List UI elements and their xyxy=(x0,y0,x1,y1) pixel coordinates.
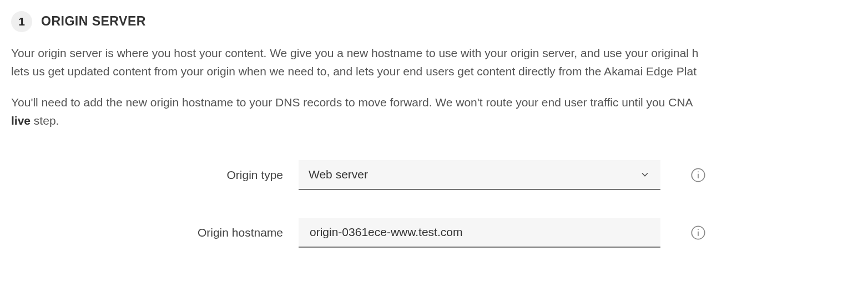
description-bold-live: live xyxy=(11,114,31,127)
origin-hostname-row: Origin hostname xyxy=(11,218,857,248)
description-line1: Your origin server is where you host you… xyxy=(11,47,699,59)
svg-point-5 xyxy=(698,229,699,230)
description-paragraph-2: You'll need to add the new origin hostna… xyxy=(11,94,857,130)
origin-type-select[interactable]: Web server xyxy=(299,160,660,190)
section-header: 1 ORIGIN SERVER xyxy=(11,11,857,32)
section-title: ORIGIN SERVER xyxy=(41,12,146,32)
origin-type-info-button[interactable] xyxy=(690,167,706,183)
description-paragraph-1: Your origin server is where you host you… xyxy=(11,44,857,80)
origin-hostname-label: Origin hostname xyxy=(11,224,283,242)
origin-type-label: Origin type xyxy=(11,166,283,184)
description-line2: lets us get updated content from your or… xyxy=(11,65,697,78)
origin-type-value: Web server xyxy=(309,166,639,184)
chevron-down-icon xyxy=(639,169,650,180)
description-line3b: step. xyxy=(31,114,59,127)
form-area: Origin type Web server Origin hostname xyxy=(11,160,857,248)
description-line3a: You'll need to add the new origin hostna… xyxy=(11,96,693,109)
info-icon xyxy=(690,167,706,183)
svg-point-2 xyxy=(698,171,699,172)
step-number-badge: 1 xyxy=(11,11,32,32)
info-icon xyxy=(690,225,706,240)
origin-hostname-input-wrap[interactable] xyxy=(299,218,660,248)
origin-type-row: Origin type Web server xyxy=(11,160,857,190)
origin-hostname-info-button[interactable] xyxy=(690,225,706,240)
origin-hostname-input[interactable] xyxy=(309,225,650,239)
